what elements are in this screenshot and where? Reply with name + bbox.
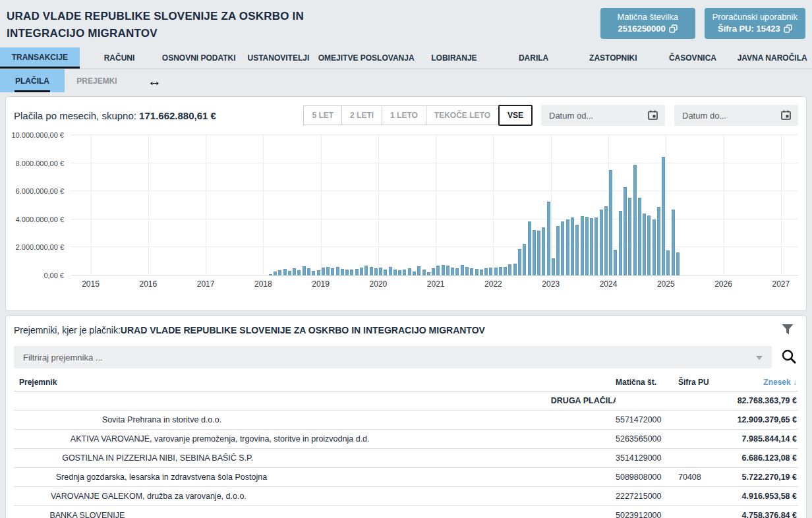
- chart-bar-2018-06[interactable]: [288, 271, 291, 275]
- chart-bar-2022-10[interactable]: [537, 231, 540, 275]
- copy-icon[interactable]: [784, 24, 792, 33]
- chart-bar-2021-09[interactable]: [475, 269, 478, 275]
- chart-bar-2018-03[interactable]: [274, 272, 277, 275]
- tab-zastopniki[interactable]: ZASTOPNIKI: [573, 47, 653, 69]
- recipient-name[interactable]: GOSTILNA IN PIZZERIJA NIBI, SEBINA BAŠIČ…: [57, 453, 616, 463]
- chart-bar-2018-07[interactable]: [293, 268, 296, 275]
- maticna-stevilka-badge[interactable]: Matična številka2516250000: [600, 8, 695, 39]
- range-button-vse[interactable]: VSE: [498, 105, 533, 126]
- table-row[interactable]: VAROVANJE GALEKOM, družba za varovanje, …: [14, 487, 798, 506]
- tab--asovnica[interactable]: ČASOVNICA: [653, 47, 733, 69]
- tab-transakcije[interactable]: TRANSAKCIJE: [0, 47, 80, 69]
- column-header-prejemnik[interactable]: Prejemnik: [14, 378, 616, 387]
- recipient-name[interactable]: VAROVANJE GALEKOM, družba za varovanje, …: [45, 492, 616, 501]
- chart-bar-2018-08[interactable]: [297, 270, 301, 275]
- chart-bar-2020-06[interactable]: [403, 270, 406, 275]
- chart-bar-2020-10[interactable]: [422, 270, 426, 275]
- chart-bar-2019-06[interactable]: [345, 270, 349, 275]
- table-row[interactable]: GOSTILNA IN PIZZERIJA NIBI, SEBINA BAŠIČ…: [14, 449, 798, 468]
- date-to-input[interactable]: [674, 105, 798, 126]
- table-row[interactable]: AKTIVA VAROVANJE, varovanje premoženja, …: [14, 430, 798, 449]
- chart-bar-2018-09[interactable]: [303, 266, 306, 275]
- recipient-name[interactable]: BANKA SLOVENIJE: [44, 511, 616, 518]
- chart-bar-2024-02[interactable]: [614, 250, 617, 275]
- chart-bar-2021-05[interactable]: [455, 268, 459, 275]
- tab-osnovni-podatki[interactable]: OSNOVNI PODATKI: [159, 47, 239, 69]
- chart-bar-2022-08[interactable]: [528, 221, 531, 275]
- chart-bar-2019-07[interactable]: [350, 270, 353, 275]
- tab-javna-naro-ila[interactable]: JAVNA NAROČILA: [732, 47, 812, 69]
- chart-bar-2018-04[interactable]: [278, 270, 281, 275]
- chart-bar-2024-12[interactable]: [662, 157, 665, 275]
- recipient-name[interactable]: DRUGA PLAČILA: [546, 396, 616, 405]
- copy-icon[interactable]: [669, 24, 678, 33]
- tab-omejitve-poslovanja[interactable]: OMEJITVE POSLOVANJA: [318, 47, 415, 69]
- chart-bar-2023-01[interactable]: [552, 258, 555, 275]
- chart-bar-2024-08[interactable]: [643, 214, 646, 275]
- chart-bar-2018-12[interactable]: [317, 270, 320, 275]
- tab-ra-uni[interactable]: RAČUNI: [80, 47, 160, 69]
- table-row[interactable]: Srednja gozdarska, lesarska in zdravstve…: [14, 468, 798, 487]
- chart-bar-2021-12[interactable]: [489, 268, 492, 275]
- chart-bar-2023-08[interactable]: [585, 217, 589, 275]
- chart-bar-2024-09[interactable]: [647, 216, 651, 275]
- chart-bar-2022-03[interactable]: [504, 267, 507, 275]
- chart-bar-2018-02[interactable]: [269, 274, 272, 275]
- recipient-name[interactable]: Srednja gozdarska, lesarska in zdravstve…: [51, 473, 616, 482]
- tab-ustanovitelji[interactable]: USTANOVITELJI: [239, 47, 318, 69]
- chart-bar-2024-07[interactable]: [638, 198, 641, 275]
- chart-bar-2020-09[interactable]: [417, 266, 420, 275]
- chart-bar-2022-04[interactable]: [508, 264, 511, 275]
- chart-bar-2019-04[interactable]: [336, 267, 339, 275]
- chart-bar-2024-01[interactable]: [609, 170, 612, 275]
- chart-bar-2021-07[interactable]: [465, 267, 469, 275]
- chart-bar-2019-08[interactable]: [355, 269, 359, 275]
- chart-bar-2022-06[interactable]: [518, 249, 521, 275]
- search-button[interactable]: [780, 347, 798, 368]
- chart-bar-2022-12[interactable]: [547, 202, 550, 275]
- chart-bar-2019-03[interactable]: [331, 268, 334, 275]
- chart-bar-2022-02[interactable]: [499, 267, 502, 275]
- chart-bar-2025-01[interactable]: [666, 250, 670, 275]
- chart-bar-2022-11[interactable]: [542, 227, 545, 275]
- range-button-2-leti[interactable]: 2 LETI: [342, 105, 382, 125]
- chart-bar-2020-03[interactable]: [389, 267, 392, 275]
- chart-bar-2023-04[interactable]: [566, 219, 569, 275]
- chart-bar-2023-07[interactable]: [581, 216, 584, 275]
- chart-bar-2024-06[interactable]: [633, 165, 637, 275]
- range-button-5-let[interactable]: 5 LET: [303, 105, 342, 125]
- chart-bar-2024-04[interactable]: [624, 187, 627, 275]
- range-button-1-leto[interactable]: 1 LETO: [382, 105, 426, 125]
- chart-bar-2024-11[interactable]: [657, 207, 660, 275]
- chart-bar-2022-09[interactable]: [533, 230, 536, 275]
- chart-bar-2020-07[interactable]: [408, 268, 411, 275]
- filter-funnel-icon[interactable]: [777, 324, 798, 338]
- chart-bar-2023-10[interactable]: [594, 217, 598, 275]
- column-header-maticna[interactable]: Matična št.: [616, 378, 678, 387]
- chart-bar-2021-02[interactable]: [442, 265, 445, 275]
- subtab-pla-ila[interactable]: PLAČILA: [0, 69, 65, 92]
- table-row[interactable]: BANKA SLOVENIJE50239120004.758.376,84 €: [14, 506, 798, 518]
- chart-bar-2020-01[interactable]: [379, 268, 382, 275]
- chart-bar-2018-11[interactable]: [312, 271, 315, 275]
- chart-bar-2020-11[interactable]: [427, 272, 430, 275]
- chart-bar-2023-02[interactable]: [556, 226, 560, 275]
- chart-bar-2021-10[interactable]: [480, 270, 483, 275]
- chart-bar-2019-11[interactable]: [370, 267, 373, 275]
- chart-bar-2019-05[interactable]: [341, 269, 344, 275]
- chart-bar-2024-03[interactable]: [619, 211, 622, 275]
- chart-bar-2018-10[interactable]: [307, 268, 310, 275]
- chart-bar-2024-10[interactable]: [652, 219, 656, 275]
- table-row[interactable]: DRUGA PLAČILA82.768.363,79 €: [14, 391, 798, 411]
- chart-bar-2023-09[interactable]: [590, 218, 593, 275]
- date-from-input[interactable]: [541, 105, 665, 126]
- chart-bar-2022-05[interactable]: [513, 264, 517, 275]
- chart-bar-2019-02[interactable]: [326, 267, 330, 275]
- chart-bar-2020-04[interactable]: [393, 270, 397, 275]
- chart-bar-2019-01[interactable]: [322, 268, 325, 275]
- chart-bar-2025-02[interactable]: [672, 210, 675, 275]
- tab-darila[interactable]: DARILA: [494, 47, 573, 69]
- chart-bar-2021-01[interactable]: [436, 266, 440, 275]
- swap-direction-icon[interactable]: ↔: [148, 69, 161, 92]
- range-button-teko-e-leto[interactable]: TEKOČE LETO: [426, 105, 499, 125]
